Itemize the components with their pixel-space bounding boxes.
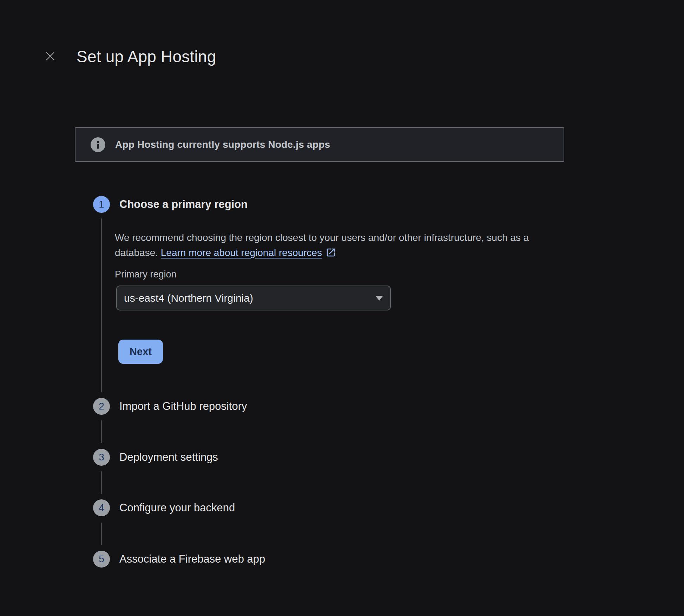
banner-text: App Hosting currently supports Node.js a…: [115, 139, 330, 150]
step1-description: We recommend choosing the region closest…: [115, 230, 529, 262]
step-number: 4: [99, 502, 104, 513]
description-line-1: We recommend choosing the region closest…: [115, 230, 529, 245]
close-button[interactable]: [42, 48, 58, 64]
description-line-2: database. Learn more about regional reso…: [115, 245, 529, 262]
description-line-2-prefix: database.: [115, 247, 161, 258]
step-title-deployment-settings: Deployment settings: [119, 449, 218, 466]
step-number: 5: [99, 553, 104, 565]
step-indicator-5: 5: [93, 551, 110, 568]
step-title-import-github-repository: Import a GitHub repository: [119, 398, 247, 415]
step-title-choose-primary-region: Choose a primary region: [119, 196, 248, 213]
step-indicator-2: 2: [93, 398, 110, 415]
stepper-connector: [101, 420, 102, 443]
step-number: 2: [99, 401, 104, 412]
step-indicator-1: 1: [93, 196, 110, 213]
step-number: 3: [99, 452, 104, 463]
info-banner: App Hosting currently supports Node.js a…: [75, 127, 564, 162]
primary-region-selected-value: us-east4 (Northern Virginia): [124, 292, 253, 304]
next-button[interactable]: Next: [118, 340, 163, 364]
info-icon: [91, 137, 105, 152]
primary-region-select[interactable]: us-east4 (Northern Virginia): [116, 286, 391, 310]
step-title-configure-your-backend: Configure your backend: [119, 499, 235, 516]
step-indicator-4: 4: [93, 499, 110, 516]
dropdown-arrow-icon: [375, 296, 383, 301]
stepper-connector: [101, 523, 102, 545]
close-icon: [45, 51, 55, 61]
stepper-connector: [101, 218, 102, 392]
page-title: Set up App Hosting: [77, 47, 216, 66]
stepper-connector: [101, 471, 102, 494]
step-number: 1: [99, 199, 104, 210]
primary-region-label: Primary region: [115, 269, 177, 280]
step-indicator-3: 3: [93, 449, 110, 466]
learn-more-link[interactable]: Learn more about regional resources: [161, 247, 322, 258]
setup-app-hosting-dialog: Set up App Hosting App Hosting currently…: [0, 0, 684, 616]
step-title-associate-firebase-web-app: Associate a Firebase web app: [119, 551, 265, 568]
open-in-new-icon[interactable]: [325, 247, 336, 262]
